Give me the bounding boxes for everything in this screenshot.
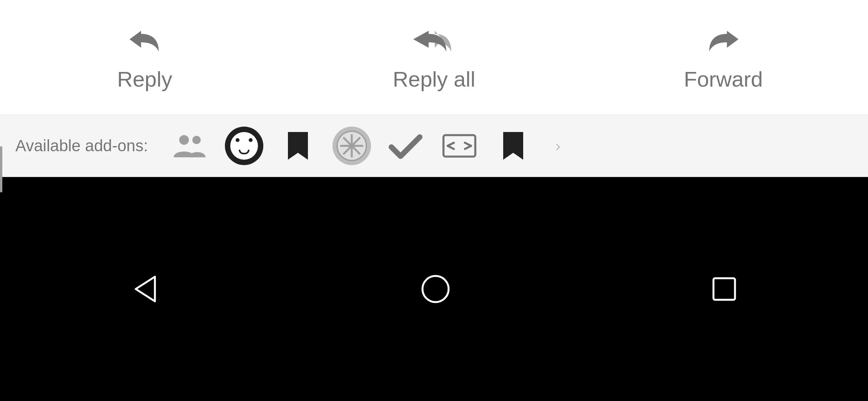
navigation-bar: [0, 177, 868, 401]
candy-addon-icon[interactable]: [333, 127, 371, 165]
face-addon-icon[interactable]: [225, 127, 263, 165]
forward-icon: [706, 23, 741, 59]
svg-point-0: [179, 135, 189, 145]
reply-all-icon: [411, 23, 457, 59]
addons-bar: Available add-ons:: [0, 115, 868, 177]
svg-point-1: [192, 136, 201, 144]
back-button[interactable]: [130, 274, 161, 304]
reply-all-button[interactable]: Reply all: [289, 23, 579, 92]
reply-all-label: Reply all: [393, 67, 476, 92]
svg-rect-11: [713, 278, 735, 300]
svg-point-10: [422, 276, 449, 302]
action-bar: Reply Reply all Forward: [0, 0, 868, 115]
scroll-indicator-left: [0, 146, 2, 192]
reply-label: Reply: [117, 67, 172, 92]
forward-button[interactable]: Forward: [579, 23, 868, 92]
recent-apps-button[interactable]: [710, 275, 738, 303]
home-button[interactable]: [420, 274, 451, 304]
forward-label: Forward: [684, 67, 763, 92]
people-addon-icon[interactable]: [171, 127, 210, 165]
code-addon-icon[interactable]: [440, 127, 479, 165]
reply-button[interactable]: Reply: [0, 23, 289, 92]
check-addon-icon[interactable]: [386, 127, 425, 165]
bookmark-addon-icon[interactable]: [279, 127, 317, 165]
scroll-right-indicator: ›: [555, 137, 560, 155]
reply-icon: [127, 23, 162, 59]
bookmark2-addon-icon[interactable]: [494, 127, 532, 165]
addons-label: Available add-ons:: [15, 137, 148, 155]
svg-marker-9: [136, 277, 155, 301]
